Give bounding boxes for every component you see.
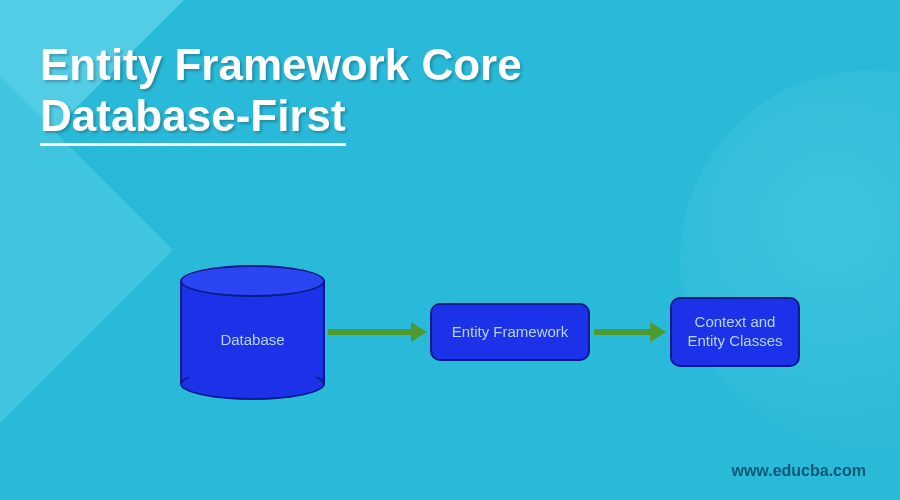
- arrow-2: [594, 329, 652, 335]
- footer-url: www.educba.com: [731, 462, 866, 480]
- title-line-1: Entity Framework Core: [40, 40, 522, 91]
- db-bottom-shape: [180, 368, 325, 400]
- title-line-2-text: Database-First: [40, 91, 346, 147]
- database-node: Database: [180, 265, 325, 400]
- entity-framework-node: Entity Framework: [430, 303, 590, 361]
- page-title: Entity Framework Core Database-First: [40, 40, 522, 146]
- db-top-shape: [180, 265, 325, 297]
- entity-framework-label: Entity Framework: [452, 323, 569, 342]
- context-classes-node: Context and Entity Classes: [670, 297, 800, 367]
- flow-diagram: Database Entity Framework Context and En…: [180, 255, 800, 435]
- database-label: Database: [180, 331, 325, 348]
- title-line-2: Database-First: [40, 91, 522, 147]
- arrow-1: [328, 329, 413, 335]
- context-classes-label: Context and Entity Classes: [687, 313, 782, 351]
